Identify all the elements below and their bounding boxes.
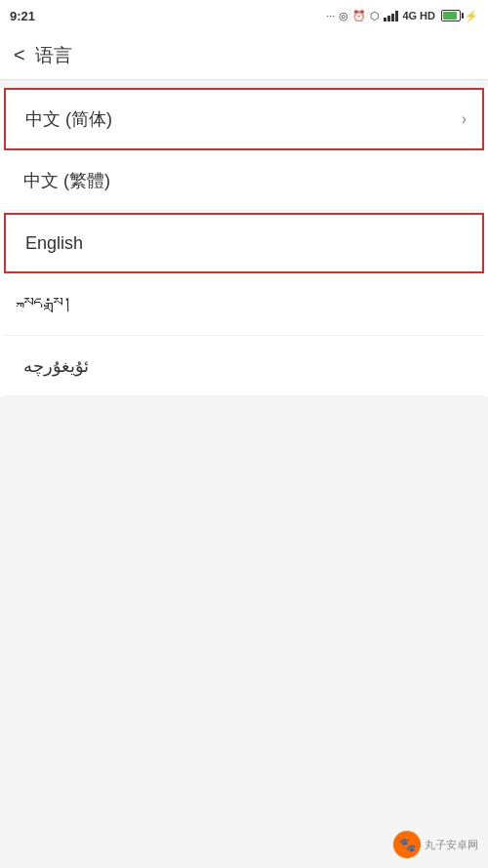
language-label: 中文 (繁體) — [23, 169, 110, 192]
language-label: ئۇيغۇرچە — [23, 355, 89, 377]
content-area — [0, 396, 488, 868]
charging-icon: ⚡ — [465, 10, 478, 22]
page-title: 语言 — [35, 43, 72, 68]
language-label: English — [25, 233, 83, 254]
watermark-icon: 🐾 — [393, 831, 421, 858]
dots-icon: ··· — [326, 10, 335, 21]
status-bar: 9:21 ··· ◎ ⏰ ⬡ 4G HD ⚡ — [0, 0, 488, 31]
list-item[interactable]: › 中文 (简体) — [4, 88, 484, 150]
status-time: 9:21 — [10, 9, 35, 23]
language-label: སྐད་སྒྲ། — [23, 294, 72, 316]
watermark-text: 丸子安卓网 — [425, 838, 478, 852]
battery-icon — [439, 10, 461, 21]
signal-icon — [384, 10, 398, 21]
clock-icon: ⏰ — [352, 10, 366, 22]
status-icons: ··· ◎ ⏰ ⬡ 4G HD ⚡ — [326, 10, 478, 22]
list-item[interactable]: English — [4, 213, 484, 273]
list-item[interactable]: ئۇيغۇرچە — [4, 336, 484, 396]
list-item[interactable]: 中文 (繁體) — [4, 150, 484, 211]
chevron-right-icon: › — [462, 110, 467, 128]
language-list: › 中文 (简体) 中文 (繁體) English སྐད་སྒྲ། ئۇيغۇ… — [0, 88, 488, 396]
alarm-icon: ◎ — [339, 10, 348, 22]
back-button[interactable]: < — [14, 44, 25, 66]
lock-icon: ⬡ — [370, 10, 380, 22]
watermark: 🐾 丸子安卓网 — [393, 831, 478, 858]
list-item[interactable]: སྐད་སྒྲ། — [4, 275, 484, 336]
language-label: 中文 (简体) — [25, 107, 112, 131]
network-label: 4G HD — [402, 10, 435, 21]
header: < 语言 — [0, 31, 488, 80]
